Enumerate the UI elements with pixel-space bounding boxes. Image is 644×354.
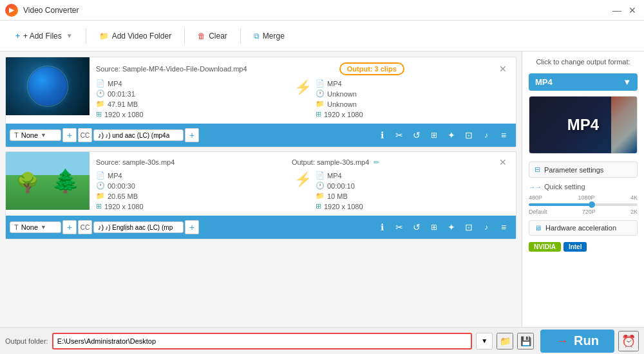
output-format-2: 📄 MP4: [316, 171, 509, 180]
audio-edit-button-1[interactable]: ♪: [478, 127, 495, 144]
video-thumbnail-1: [6, 57, 90, 115]
subtitle-button-2[interactable]: ⊡: [460, 219, 477, 236]
format-arrow-icon: ▼: [623, 77, 631, 87]
edit-pencil-2[interactable]: ✏: [374, 158, 379, 166]
crop-button-1[interactable]: ⊞: [426, 127, 442, 144]
segment-label-1: None: [21, 131, 38, 139]
format-preview-inner: MP4: [567, 116, 599, 134]
cut-button-2[interactable]: ✂: [391, 219, 408, 236]
text-icon: T: [14, 131, 19, 139]
title-bar-left: ▶ Video Converter: [5, 4, 79, 17]
clear-button[interactable]: 🗑 Clear: [190, 28, 235, 44]
format-selector[interactable]: MP4 ▼: [529, 73, 638, 91]
close-item-2-button[interactable]: ✕: [497, 157, 509, 167]
alarm-icon: ⏰: [621, 334, 636, 348]
hardware-acceleration-button[interactable]: 🖥 Hardware acceleration: [529, 220, 638, 236]
audio-select-1[interactable]: ♪) ♪) und aac (LC) (mp4a: [93, 129, 184, 141]
film-strip-decoration: [611, 97, 637, 153]
nvidia-badge[interactable]: NVIDIA: [529, 242, 561, 252]
quality-slider-container[interactable]: [529, 203, 638, 206]
format-label: MP4: [535, 77, 553, 87]
rotate-button-2[interactable]: ↺: [408, 219, 425, 236]
folder-path-dropdown-button[interactable]: ▼: [476, 333, 493, 349]
output-duration-2: 🕐 00:00:10: [316, 182, 509, 190]
open-folder-button[interactable]: 📁: [497, 333, 513, 349]
slider-thumb: [589, 201, 595, 208]
toolbar-divider-3: [240, 28, 241, 44]
title-bar: ▶ Video Converter — ✕: [0, 0, 644, 21]
out-folder-icon-1: 📁: [316, 100, 325, 108]
video-item-2: Source: sample-30s.mp4 Output: sample-30…: [5, 151, 516, 239]
video-2-meta: Source: sample-30s.mp4 Output: sample-30…: [90, 152, 516, 216]
audio-edit-button-2[interactable]: ♪: [478, 219, 495, 236]
parameter-settings-button[interactable]: ⊟ Parameter settings: [529, 162, 638, 178]
monitor-icon: 🖥: [535, 224, 542, 232]
window-controls: — ✕: [611, 4, 639, 17]
output-badge-1: Output: 3 clips: [339, 62, 404, 75]
default-label: Default: [529, 209, 547, 215]
out-clock-icon-2: 🕐: [316, 182, 325, 190]
source-row-2: Source: sample-30s.mp4 Output: sample-30…: [96, 157, 509, 167]
format-change-label: Click to change output format:: [529, 58, 638, 66]
segment-select-2[interactable]: T None ▼: [10, 221, 61, 233]
add-audio-button-2[interactable]: +: [185, 220, 199, 234]
merge-button[interactable]: ⧉ Merge: [246, 28, 292, 44]
input-duration-1: 🕐 00:01:31: [96, 89, 290, 98]
arrow-col-1: ⚡: [290, 79, 316, 96]
add-files-icon: +: [15, 32, 20, 41]
run-button[interactable]: → Run: [540, 330, 614, 353]
out-res-icon-2: ⊞: [316, 202, 321, 210]
intel-badge[interactable]: Intel: [564, 242, 587, 252]
effects-button-2[interactable]: ✦: [443, 219, 460, 236]
settings-button-2[interactable]: ≡: [495, 219, 512, 236]
add-files-button[interactable]: + + Add Files ▼: [8, 28, 80, 44]
quality-labels-top: 480P 1080P 4K: [529, 194, 638, 201]
folder-path-input[interactable]: [52, 333, 472, 349]
add-segment-button-2[interactable]: +: [62, 220, 77, 234]
close-item-1-button[interactable]: ✕: [497, 64, 509, 74]
cc-button-2[interactable]: CC: [78, 220, 92, 234]
clock-icon-2: 🕐: [96, 182, 105, 190]
segment-select-1[interactable]: T None ▼: [10, 129, 61, 141]
app-icon: ▶: [5, 4, 18, 17]
add-audio-button-1[interactable]: +: [185, 128, 199, 142]
save-folder-button[interactable]: 💾: [517, 333, 534, 349]
effects-button-1[interactable]: ✦: [443, 127, 460, 144]
video-thumbnail-2: [6, 152, 90, 210]
source-label-1: Source: Sample-MP4-Video-File-Download.m…: [96, 65, 247, 73]
output-meta-1: 📄 MP4 🕐 Unknown 📁 Unknown: [316, 79, 509, 118]
run-label: Run: [574, 333, 599, 348]
earth-thumbnail: [6, 57, 90, 115]
content-area: Source: Sample-MP4-Video-File-Download.m…: [0, 51, 522, 327]
hw-accel-label: Hardware acceleration: [545, 224, 616, 232]
add-segment-button-1[interactable]: +: [62, 128, 77, 142]
cut-button-1[interactable]: ✂: [391, 127, 408, 144]
minimize-button[interactable]: —: [611, 4, 623, 17]
output-label-2: Output: sample-30s.mp4 ✏: [292, 158, 380, 167]
source-label-2: Source: sample-30s.mp4: [96, 158, 175, 166]
info-button-2[interactable]: ℹ: [374, 219, 390, 236]
info-button-1[interactable]: ℹ: [374, 127, 390, 144]
app-title: Video Converter: [23, 6, 79, 15]
out-format-icon-1: 📄: [316, 79, 325, 88]
meta-details-1: 📄 MP4 🕐 00:01:31 📁 47.91 MB: [96, 79, 509, 118]
settings-button-1[interactable]: ≡: [495, 127, 512, 144]
quick-setting-section: Quick setting 480P 1080P 4K Default 720P…: [529, 183, 638, 215]
close-button[interactable]: ✕: [626, 4, 639, 17]
format-icon-2: 📄: [96, 171, 105, 180]
folder-icon: 📁: [99, 32, 109, 41]
out-res-icon-1: ⊞: [316, 110, 321, 118]
open-folder-icon: 📁: [500, 336, 511, 346]
add-folder-button[interactable]: 📁 Add Video Folder: [91, 28, 180, 44]
save-icon: 💾: [520, 336, 531, 346]
rotate-button-1[interactable]: ↺: [408, 127, 425, 144]
video-item-1: Source: Sample-MP4-Video-File-Download.m…: [5, 57, 516, 147]
crop-button-2[interactable]: ⊞: [426, 219, 442, 236]
clock-icon-1: 🕐: [96, 89, 105, 98]
cc-button-1[interactable]: CC: [78, 128, 92, 142]
subtitle-button-1[interactable]: ⊡: [460, 127, 477, 144]
input-res-2: ⊞ 1920 x 1080: [96, 202, 290, 210]
audio-select-2[interactable]: ♪) ♪) English aac (LC) (mp: [93, 221, 184, 233]
alarm-button[interactable]: ⏰: [618, 331, 639, 351]
quality-slider: [529, 203, 638, 206]
